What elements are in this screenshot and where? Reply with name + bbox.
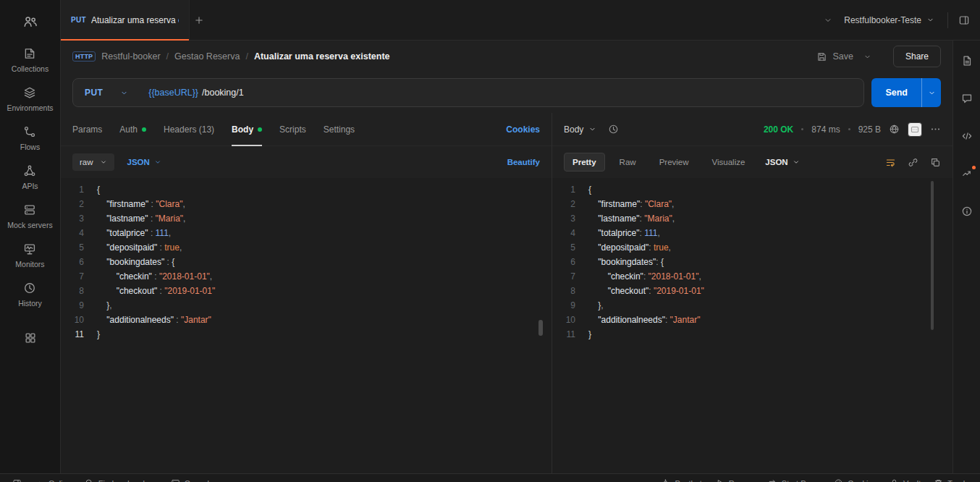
response-body-dropdown[interactable]: Body bbox=[564, 124, 596, 135]
footer-trash[interactable]: Trash bbox=[927, 478, 974, 482]
save-button[interactable]: Save bbox=[816, 51, 853, 62]
request-tab-label: Body bbox=[232, 124, 253, 135]
response-scrollbar[interactable] bbox=[931, 181, 934, 330]
url-variable: {{baseURL}} bbox=[148, 88, 198, 98]
green-status-dot bbox=[142, 127, 146, 132]
status-badge[interactable]: 200 OK bbox=[764, 124, 793, 135]
request-response-split: ParamsAuthHeaders (13)BodyScriptsSetting… bbox=[61, 113, 952, 482]
request-tab-list: ParamsAuthHeaders (13)BodyScriptsSetting… bbox=[72, 113, 355, 145]
request-tab-auth[interactable]: Auth bbox=[119, 113, 146, 145]
request-tab-scripts[interactable]: Scripts bbox=[279, 113, 306, 145]
response-options-button[interactable] bbox=[930, 124, 941, 135]
response-history-button[interactable] bbox=[608, 124, 619, 135]
sidebar-item-mock-servers[interactable]: Mock servers bbox=[5, 197, 54, 236]
chevron-down-icon bbox=[824, 16, 832, 25]
url-input[interactable]: {{baseURL}} /booking/1 bbox=[138, 88, 863, 98]
send-button[interactable]: Send bbox=[871, 78, 921, 107]
response-tab-visualize[interactable]: Visualize bbox=[704, 153, 754, 172]
request-tab-label: Headers (13) bbox=[164, 124, 214, 135]
request-body-editor[interactable]: 1{2 "firstname" : "Clara",3 "lastname" :… bbox=[61, 178, 552, 482]
sidebar-item-environments[interactable]: Environments bbox=[5, 80, 54, 119]
request-tab-settings[interactable]: Settings bbox=[324, 113, 355, 145]
response-body-viewer[interactable]: 1{2 "firstname": "Clara",3 "lastname": "… bbox=[552, 178, 952, 482]
footer-sidebar-toggle[interactable] bbox=[6, 478, 28, 482]
copy-response-button[interactable] bbox=[930, 157, 941, 168]
footer-start-proxy[interactable]: Start Proxy bbox=[761, 478, 827, 482]
code-line: 4 "totalprice": 111, bbox=[552, 226, 952, 240]
environment-selector[interactable]: Restfulbooker-Teste bbox=[837, 11, 942, 30]
console-icon bbox=[171, 478, 180, 482]
footer-vault[interactable]: Vault bbox=[883, 478, 927, 482]
sidebar-item-monitors[interactable]: Monitors bbox=[5, 236, 54, 275]
line-number: 1 bbox=[557, 182, 588, 197]
sidebar-item-flows[interactable]: Flows bbox=[5, 119, 54, 158]
code-text: "additionalneeds" : "Jantar" bbox=[97, 313, 211, 327]
footer-online-status[interactable]: Online bbox=[28, 478, 78, 482]
divider bbox=[947, 12, 948, 28]
file-text-icon bbox=[961, 55, 973, 67]
sidebar-item-collections[interactable]: Collections bbox=[5, 41, 54, 80]
status-bar: OnlineFind and replaceConsole PostbotRun… bbox=[0, 473, 980, 482]
share-button[interactable]: Share bbox=[893, 46, 941, 67]
response-body-label: Body bbox=[564, 124, 583, 135]
request-tab[interactable]: PUT Atualizar uma reserva ex bbox=[61, 0, 190, 40]
search-icon bbox=[85, 478, 94, 482]
chevron-down-icon bbox=[100, 158, 107, 166]
footer-cookies[interactable]: Cookies bbox=[827, 478, 883, 482]
save-options-chevron[interactable] bbox=[859, 48, 876, 65]
more-tools-button[interactable] bbox=[18, 326, 43, 350]
code-snippet-button[interactable] bbox=[961, 130, 973, 142]
save-response-button[interactable] bbox=[908, 122, 922, 137]
sidebar-item-apis[interactable]: APIs bbox=[5, 158, 54, 197]
response-time[interactable]: 874 ms bbox=[811, 124, 840, 135]
footer-console[interactable]: Console bbox=[164, 478, 220, 482]
tab-list-chevron[interactable] bbox=[819, 12, 837, 29]
breadcrumb: HTTP Restful-booker Gestao Reserva Atual… bbox=[61, 41, 952, 72]
request-tab-headers[interactable]: Headers (13) bbox=[164, 113, 214, 145]
code-line: 7 "checkin" : "2018-01-01", bbox=[61, 269, 552, 284]
comments-button[interactable] bbox=[961, 93, 973, 104]
request-tab-body[interactable]: Body bbox=[232, 113, 262, 145]
body-format-dropdown[interactable]: raw bbox=[72, 153, 114, 171]
info-button[interactable] bbox=[961, 206, 973, 217]
line-number: 9 bbox=[65, 298, 97, 313]
wrap-text-button[interactable] bbox=[885, 157, 896, 168]
request-tab-params[interactable]: Params bbox=[72, 113, 102, 145]
environment-panel-button[interactable] bbox=[954, 10, 974, 30]
cookies-link[interactable]: Cookies bbox=[506, 124, 540, 135]
code-line: 11} bbox=[552, 327, 952, 342]
footer-find-and-replace[interactable]: Find and replace bbox=[78, 478, 164, 482]
plus-icon bbox=[194, 15, 204, 25]
code-line: 7 "checkin": "2018-01-01", bbox=[552, 269, 952, 284]
response-size[interactable]: 925 B bbox=[858, 124, 881, 135]
code-text: "checkout" : "2019-01-01" bbox=[97, 284, 215, 298]
method-dropdown[interactable]: PUT bbox=[73, 79, 138, 106]
response-tab-preview[interactable]: Preview bbox=[651, 153, 698, 172]
line-number: 10 bbox=[65, 313, 97, 327]
response-tab-pretty[interactable]: Pretty bbox=[564, 153, 605, 172]
copy-link-button[interactable] bbox=[908, 157, 918, 168]
ellipsis-icon bbox=[930, 124, 941, 135]
request-editor-scrollbar[interactable] bbox=[538, 320, 543, 336]
tab-title: Atualizar uma reserva ex bbox=[91, 15, 179, 25]
beautify-link[interactable]: Beautify bbox=[507, 158, 540, 166]
activity-button[interactable] bbox=[961, 168, 973, 179]
response-tab-raw[interactable]: Raw bbox=[611, 153, 645, 172]
wifi-icon bbox=[35, 478, 44, 482]
footer-runner[interactable]: Runner bbox=[709, 478, 761, 482]
new-tab-button[interactable] bbox=[190, 11, 208, 30]
documentation-button[interactable] bbox=[961, 55, 973, 67]
line-number: 3 bbox=[65, 211, 97, 226]
team-button[interactable] bbox=[19, 10, 42, 33]
request-tabs: ParamsAuthHeaders (13)BodyScriptsSetting… bbox=[61, 113, 552, 146]
send-options-chevron[interactable] bbox=[921, 78, 941, 107]
breadcrumb-collection[interactable]: Restful-booker bbox=[101, 51, 160, 62]
response-language-dropdown[interactable]: JSON bbox=[765, 158, 799, 166]
breadcrumb-folder[interactable]: Gestao Reserva bbox=[174, 51, 240, 62]
language-dropdown[interactable]: JSON bbox=[127, 158, 161, 166]
footer-postbot[interactable]: Postbot bbox=[654, 478, 708, 482]
sidebar-item-history[interactable]: History bbox=[5, 275, 54, 314]
apis-icon bbox=[23, 164, 36, 177]
network-info-button[interactable] bbox=[889, 124, 900, 135]
code-text: } bbox=[588, 327, 591, 342]
